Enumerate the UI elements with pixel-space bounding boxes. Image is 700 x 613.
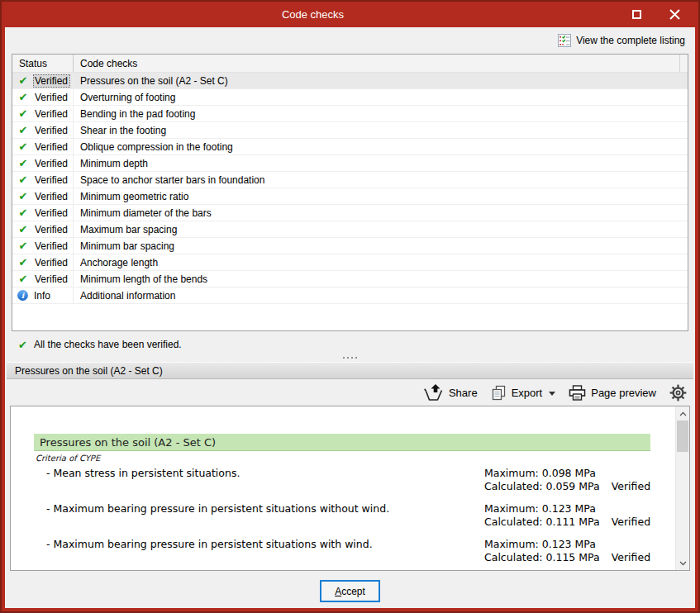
verified-check-icon: ✔: [17, 224, 29, 235]
check-cell: Oblique compression in the footing: [74, 139, 688, 154]
status-cell: ✔ Verified: [12, 271, 74, 287]
verified-check-icon: ✔: [17, 92, 29, 102]
accept-button[interactable]: Accept: [320, 580, 380, 602]
window-title: Code checks: [5, 8, 621, 21]
column-header-code-checks[interactable]: Code checks: [74, 58, 679, 69]
page-preview-button[interactable]: Page preview: [569, 385, 656, 401]
check-cell: Bending in the pad footing: [74, 106, 688, 121]
table-row[interactable]: ✔ Verified Minimum diameter of the bars: [12, 205, 688, 221]
dialog-content: View the complete listing Status Code ch…: [5, 27, 695, 608]
table-row[interactable]: ✔ Verified Minimum bar spacing: [12, 238, 688, 254]
table-row[interactable]: ✔ Verified Bending in the pad footing: [12, 106, 688, 122]
check-name-label: Minimum diameter of the bars: [80, 207, 212, 219]
verified-check-icon: ✔: [17, 257, 29, 268]
scroll-down-button[interactable]: [676, 556, 689, 570]
table-row[interactable]: ✔ Verified Space to anchor starter bars …: [12, 172, 688, 188]
check-name-label: Bending in the pad footing: [80, 108, 195, 120]
check-name-label: Shear in the footing: [80, 125, 166, 136]
check-cell: Minimum depth: [74, 155, 688, 171]
column-header-status[interactable]: Status: [12, 55, 74, 72]
titlebar[interactable]: Code checks: [5, 2, 695, 27]
status-label: Verified: [33, 107, 70, 121]
status-label: Verified: [33, 91, 70, 104]
report-item: - Maximum bearing pressure in persistent…: [46, 502, 675, 529]
check-cell: Pressures on the soil (A2 - Set C): [74, 73, 688, 88]
scroll-up-button[interactable]: [676, 406, 689, 421]
check-cell: Additional information: [74, 287, 688, 303]
check-cell: Minimum geometric ratio: [74, 188, 688, 204]
view-complete-listing-label: View the complete listing: [576, 35, 685, 46]
verified-check-icon: ✔: [17, 158, 29, 169]
report-panel: Pressures on the soil (A2 - Set C) Crite…: [10, 406, 690, 571]
maximum-value: Maximum: 0.098 MPa: [484, 467, 650, 480]
export-dropdown-caret: [549, 392, 555, 396]
printer-icon: [569, 385, 586, 401]
share-label: Share: [449, 387, 478, 399]
check-cell: Minimum length of the bends: [74, 271, 688, 287]
gear-icon: [669, 384, 687, 402]
status-cell: ✔ Verified: [12, 139, 74, 154]
check-cell: Space to anchor starter bars in foundati…: [74, 172, 688, 188]
verified-check-icon: ✔: [17, 75, 29, 86]
section-title: Pressures on the soil (A2 - Set C): [15, 365, 163, 377]
close-button[interactable]: [662, 5, 687, 25]
table-row[interactable]: ✔ Verified Pressures on the soil (A2 - S…: [12, 73, 688, 89]
dialog-footer: Accept: [5, 571, 695, 608]
share-icon: [424, 384, 444, 402]
table-row[interactable]: ✔ Verified Minimum length of the bends: [12, 271, 688, 287]
report-title: Pressures on the soil (A2 - Set C): [34, 434, 650, 451]
check-name-label: Minimum bar spacing: [80, 240, 174, 252]
check-name-label: Additional information: [80, 290, 175, 302]
check-name-label: Maximum bar spacing: [80, 224, 177, 235]
item-status: Verified: [612, 551, 650, 564]
status-cell: ✔ Verified: [12, 205, 74, 221]
status-label: Verified: [33, 157, 70, 170]
status-cell: ✔ Verified: [12, 73, 74, 88]
maximum-value: Maximum: 0.123 MPa: [484, 538, 650, 551]
report-toolbar: Share Export: [5, 379, 695, 406]
summary-check-icon: ✔: [18, 340, 27, 350]
close-icon: [669, 9, 680, 20]
report-item-values: Maximum: 0.123 MPa Calculated: 0.111 MPa…: [484, 502, 650, 529]
table-row[interactable]: ✔ Verified Maximum bar spacing: [12, 221, 688, 238]
maximize-button[interactable]: [624, 5, 649, 25]
report-item: - Maximum bearing pressure in persistent…: [46, 538, 675, 564]
scrollbar-thumb[interactable]: [677, 421, 688, 452]
check-cell: Minimum bar spacing: [74, 238, 688, 254]
check-name-label: Anchorage length: [80, 257, 158, 268]
check-name-label: Oblique compression in the footing: [80, 141, 233, 153]
status-label: Verified: [33, 273, 70, 286]
view-complete-listing-button[interactable]: View the complete listing: [555, 31, 688, 50]
table-row[interactable]: ✔ Verified Minimum depth: [12, 155, 688, 172]
verified-check-icon: ✔: [17, 191, 29, 202]
code-checks-table: Status Code checks ✔ Verified Pressures …: [12, 54, 688, 331]
settings-button[interactable]: [669, 384, 687, 402]
table-row[interactable]: ✔ Verified Anchorage length: [12, 254, 688, 271]
column-header-filler: [679, 55, 688, 72]
check-name-label: Space to anchor starter bars in foundati…: [80, 174, 264, 186]
share-button[interactable]: Share: [424, 384, 478, 402]
table-row[interactable]: ✔ Verified Shear in the footing: [12, 122, 688, 139]
table-row[interactable]: ✔ Verified Minimum geometric ratio: [12, 188, 688, 205]
table-row[interactable]: ✔ Verified Oblique compression in the fo…: [12, 139, 688, 155]
status-label: Verified: [33, 140, 70, 154]
section-header-bar: Pressures on the soil (A2 - Set C): [7, 362, 693, 379]
export-button[interactable]: Export: [491, 385, 556, 401]
check-cell: Maximum bar spacing: [74, 221, 688, 237]
check-cell: Overturning of footing: [74, 89, 688, 105]
table-row[interactable]: i Info Additional information: [12, 287, 688, 304]
splitter-handle[interactable]: [5, 354, 695, 362]
report-item-label: - Maximum bearing pressure in persistent…: [46, 502, 484, 516]
report-content: Pressures on the soil (A2 - Set C) Crite…: [11, 406, 675, 570]
top-strip: View the complete listing: [5, 27, 695, 54]
report-items: - Mean stress in persistent situations. …: [46, 467, 675, 564]
table-row[interactable]: ✔ Verified Overturning of footing: [12, 89, 688, 106]
summary-line: ✔ All the checks have been verified.: [5, 331, 695, 354]
check-cell: Shear in the footing: [74, 122, 688, 138]
report-scrollbar[interactable]: [675, 406, 689, 570]
table-header[interactable]: Status Code checks: [12, 55, 688, 73]
report-item-label: - Maximum bearing pressure in persistent…: [46, 538, 484, 551]
export-icon: [491, 385, 507, 401]
accept-button-label: Accept: [335, 586, 365, 597]
status-cell: ✔ Verified: [12, 155, 74, 171]
